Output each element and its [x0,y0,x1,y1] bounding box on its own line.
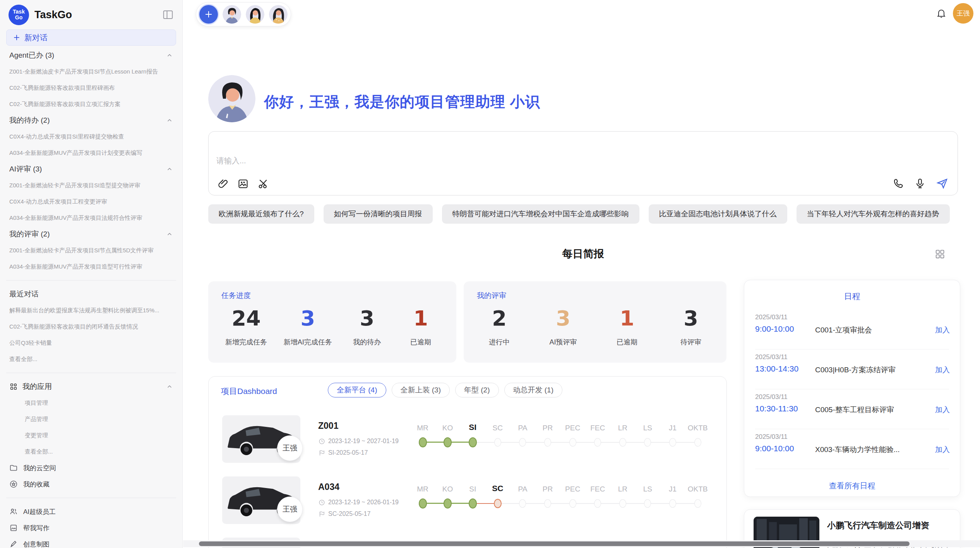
join-link[interactable]: 加入 [935,365,950,375]
my-apps-header[interactable]: 我的应用 [6,378,176,395]
sidebar-item[interactable]: A034-全新新能源MUV产品开发项目法规符合性评审 [6,210,176,226]
suggestion-chip[interactable]: 特朗普可能对进口汽车增税会对中国车企造成哪些影响 [442,204,639,224]
app-item[interactable]: 项目管理 [6,395,176,411]
sidebar-item[interactable]: C02-飞腾新能源轻客改款项目立项汇报方案 [6,96,176,112]
milestone-dot[interactable] [419,498,427,509]
sidebar-item-creative-draw[interactable]: 创意制图 [6,536,176,548]
image-icon[interactable] [237,178,249,190]
milestone-dot[interactable] [694,438,701,447]
dashboard-tab[interactable]: 全新上装 (3) [392,383,450,397]
layout-grid-icon[interactable] [934,248,945,261]
milestone-dot[interactable] [594,499,601,508]
avatar[interactable] [223,5,241,24]
milestone-dot[interactable] [669,438,676,447]
chevron-up-icon[interactable] [166,117,173,124]
sidebar-item[interactable]: C0X4-动力总成开发项目工程变更评审 [6,194,176,210]
sidebar: Task Go TaskGo 新对话 Agent已办 (3)Z001-全新燃油皮… [0,0,183,548]
send-icon[interactable] [936,177,948,190]
milestone-dot[interactable] [444,437,452,447]
avatar[interactable] [269,5,288,24]
join-link[interactable]: 加入 [935,405,950,415]
milestone-dot[interactable] [544,438,551,447]
apps-view-all[interactable]: 查看全部... [6,444,176,460]
milestone-dot[interactable] [419,437,427,447]
project-owner-badge: 王强 [277,435,303,461]
milestone-dot[interactable] [544,499,551,508]
app-item[interactable]: 变更管理 [6,427,176,444]
milestone-dot[interactable] [494,499,502,508]
user-avatar[interactable]: 王强 [953,3,973,24]
chevron-up-icon[interactable] [166,52,173,59]
dashboard-tab[interactable]: 年型 (2) [455,383,499,397]
sidebar-item[interactable]: C0X4-动力总成开发项目SI里程碑提交物检查 [6,128,176,145]
milestone-dot[interactable] [619,499,626,508]
sidebar-item-favorites[interactable]: 我的收藏 [6,476,176,492]
stat-value: 1 [402,306,439,331]
sidebar-section-header[interactable]: 我的待办 (2) [6,112,176,128]
app-window: Task Go TaskGo 新对话 Agent已办 (3)Z001-全新燃油皮… [0,0,980,548]
sidebar-section-header[interactable]: 我的评审 (2) [6,226,176,242]
chevron-up-icon[interactable] [166,383,173,390]
chat-input[interactable] [216,156,681,165]
sidebar-item[interactable]: C02-飞腾新能源轻客改款项目里程碑画布 [6,80,176,96]
recent-view-all[interactable]: 查看全部... [6,351,176,367]
milestone-dot[interactable] [594,438,601,447]
schedule-date: 2025/03/11 [755,433,788,441]
scissors-icon[interactable] [257,178,269,190]
recent-chat-item[interactable]: C02-飞腾新能源轻客改款项目的闭环通告反馈情况 [6,319,176,335]
stat: 24新增完成任务 [225,306,267,347]
recent-chat-item[interactable]: 解释最新出台的欧盟报废车法规再生塑料比例被调至15%... [6,302,176,319]
milestone-dot[interactable] [519,438,526,447]
milestone-dot[interactable] [644,499,651,508]
chevron-up-icon[interactable] [166,166,173,173]
new-chat-button[interactable]: 新对话 [6,29,176,46]
sidebar-item[interactable]: Z001-全新燃油皮卡产品开发项目SI节点Lesson Learn报告 [6,63,176,80]
sidebar-item-ai-super-staff[interactable]: AI超级员工 [6,503,176,520]
join-link[interactable]: 加入 [935,325,950,335]
phone-icon[interactable] [893,178,904,189]
mic-icon[interactable] [914,178,926,189]
stat-value: 3 [284,306,332,331]
chevron-up-icon[interactable] [166,231,173,238]
project-code: A034 [318,482,339,492]
horizontal-scrollbar-thumb[interactable] [199,541,910,546]
sidebar-item[interactable]: A034-全新新能源MUV产品开发项目造型可行性评审 [6,259,176,275]
milestone-dot[interactable] [619,438,626,447]
notification-bell-icon[interactable] [936,8,947,20]
milestone-dot[interactable] [494,438,501,447]
paperclip-icon[interactable] [217,178,229,190]
milestone-dot[interactable] [469,498,477,509]
milestone-dot[interactable] [669,499,676,508]
sidebar-item-write-helper[interactable]: 帮我写作 [6,520,176,536]
sidebar-item[interactable]: Z001-全新燃油轻卡产品开发项目SI节点属性5D文件评审 [6,242,176,259]
app-item[interactable]: 产品管理 [6,411,176,427]
add-session-button[interactable] [199,5,218,24]
sidebar-section-header[interactable]: Agent已办 (3) [6,47,176,63]
dashboard-tab[interactable]: 动总开发 (1) [504,383,563,397]
view-all-schedule-link[interactable]: 查看所有日程 [744,481,960,491]
stat: 3AI预评审 [545,306,582,347]
milestone-dot[interactable] [644,438,651,447]
sidebar-section-header[interactable]: AI评审 (3) [6,161,176,177]
recent-chat-item[interactable]: 公司Q3轻卡销量 [6,335,176,351]
dashboard-tab[interactable]: 全新平台 (4) [328,383,386,397]
sidebar-collapse-icon[interactable] [162,9,174,21]
suggestion-chip[interactable]: 如何写一份清晰的项目周报 [324,204,433,224]
milestone-dot[interactable] [469,437,477,447]
sidebar-item-cloud-space[interactable]: 我的云空间 [6,460,176,476]
suggestion-chip[interactable]: 比亚迪全固态电池计划具体说了什么 [649,204,787,224]
clock-icon [319,438,325,445]
sidebar-item[interactable]: A034-全新新能源MUV产品开发项目计划变更表编写 [6,145,176,161]
schedule-date: 2025/03/11 [755,393,788,401]
sidebar-item[interactable]: Z001-全新燃油轻卡产品开发项目SI造型提交物评审 [6,177,176,194]
milestone-dot[interactable] [444,498,452,509]
milestone-dot[interactable] [569,438,576,447]
milestone-dot[interactable] [519,499,526,508]
milestone-label: MR [410,485,435,493]
join-link[interactable]: 加入 [935,445,950,455]
avatar[interactable] [246,5,264,24]
milestone-dot[interactable] [694,499,701,508]
suggestion-chip[interactable]: 欧洲新规最近颁布了什么? [208,204,314,224]
milestone-dot[interactable] [569,499,576,508]
suggestion-chip[interactable]: 当下年轻人对汽车外观有怎样的喜好趋势 [797,204,950,224]
